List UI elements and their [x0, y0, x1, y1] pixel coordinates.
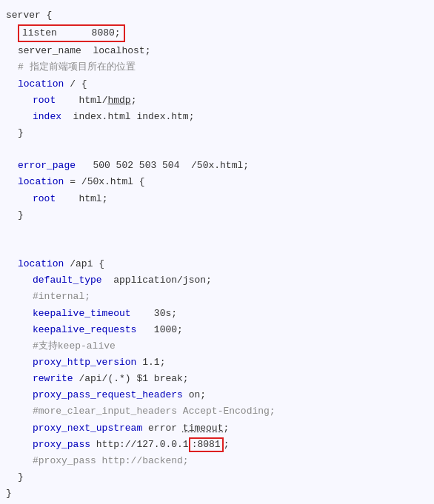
code-line: default_type application/json;	[0, 272, 434, 289]
code-text: server {	[6, 8, 52, 23]
code-line: error_page 500 502 503 504 /50x.html;	[0, 158, 434, 174]
code-line-comment: #more_clear_input_headers Accept-Encodin…	[0, 403, 434, 420]
port-highlighted: :8081	[189, 437, 224, 452]
code-line-comment: #proxy_pass http://backend;	[0, 453, 434, 469]
code-line: location /api {	[0, 256, 434, 272]
code-line: proxy_http_version 1.1;	[0, 355, 434, 371]
code-line-empty	[0, 141, 434, 158]
code-line-listen: listen 8080;	[0, 24, 434, 43]
code-line: }	[0, 125, 434, 141]
code-line: keepalive_requests 1000;	[0, 322, 434, 338]
code-editor: server { listen 8080; server_name localh…	[0, 0, 434, 504]
code-line: proxy_next_upstream error timeout;	[0, 420, 434, 437]
code-line-empty	[0, 240, 434, 256]
code-line-proxy-pass: proxy_pass http://127.0.0.1:8081;	[0, 437, 434, 453]
code-line: }	[0, 485, 434, 502]
code-line: server {	[0, 7, 434, 24]
code-line-comment: #支持keep-alive	[0, 338, 434, 355]
code-line-comment: # 指定前端项目所在的位置	[0, 59, 434, 75]
code-line: server_name localhost;	[0, 43, 434, 59]
code-line: location = /50x.html {	[0, 174, 434, 190]
code-line: rewrite /api/(.*) $1 break;	[0, 371, 434, 387]
code-line: root html;	[0, 191, 434, 207]
code-line-empty	[0, 224, 434, 240]
code-line: }	[0, 469, 434, 485]
code-line: index index.html index.htm;	[0, 109, 434, 125]
code-line: location / {	[0, 76, 434, 93]
code-line: }	[0, 207, 434, 224]
code-line: proxy_pass_request_headers on;	[0, 387, 434, 403]
listen-highlighted: listen 8080;	[18, 24, 125, 42]
code-line: keepalive_timeout 30s;	[0, 306, 434, 322]
code-line-comment: #internal;	[0, 289, 434, 305]
code-line: root html/hmdp;	[0, 93, 434, 109]
